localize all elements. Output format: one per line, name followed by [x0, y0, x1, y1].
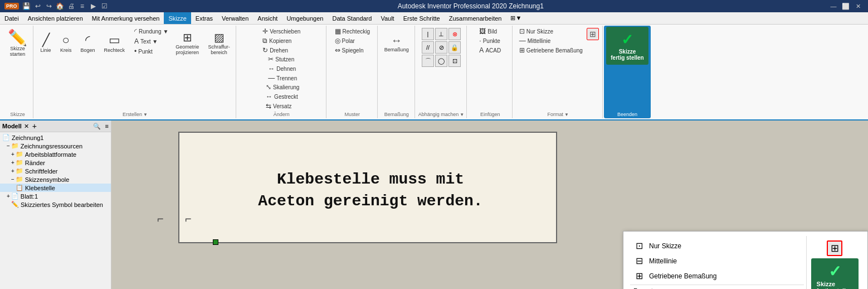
skizze-fertig-stellen-panel-button[interactable]: ✓ Skizzefertig stellen	[811, 258, 859, 289]
home-icon[interactable]: 🏠	[56, 2, 65, 11]
menu-zusammenarbeiten[interactable]: Zusammenarbeiten	[445, 12, 506, 24]
schriftfelder-toggle[interactable]: +	[11, 168, 14, 174]
canvas-area[interactable]: ⌐ ⌐ Klebestelle muss mit Aceton gereinig…	[111, 121, 868, 289]
nur-skizze-ribbon-button[interactable]: ⊡ Nur Skizze	[518, 27, 584, 36]
constraint-2[interactable]: ⊥	[435, 28, 447, 40]
menu-extras[interactable]: Extras	[191, 12, 217, 24]
rechteck-button[interactable]: ▭ Rechteck	[101, 27, 129, 59]
insertion-point-grip-icon[interactable]: ⊞	[587, 28, 599, 40]
save-icon[interactable]: 💾	[22, 2, 31, 11]
spiegeln-button[interactable]: ⇔ Spiegeln	[333, 46, 372, 55]
kopieren-button[interactable]: ⧉ Kopieren	[261, 36, 302, 45]
tree-item-raender[interactable]: + 📁 Ränder	[0, 158, 111, 167]
constraint-4[interactable]: //	[422, 41, 434, 54]
tree-item-arbeitsblattformate[interactable]: + 📁 Arbeitsblattformate	[0, 150, 111, 158]
grip-handle-br[interactable]	[213, 239, 218, 245]
redo-icon[interactable]: ↪	[45, 2, 53, 11]
raender-toggle[interactable]: +	[11, 160, 14, 166]
tree-item-zeichnung1[interactable]: 📄 Zeichnung1	[0, 133, 111, 142]
getriebene-bemasung-ribbon-button[interactable]: ⊞ Getriebene Bemaßung	[518, 46, 584, 55]
versatz-button[interactable]: ⇆ Versatz	[264, 102, 301, 110]
constraint-3[interactable]: ⊗	[448, 28, 461, 40]
sidebar-add-icon[interactable]: +	[32, 122, 37, 131]
skizzensymbole-toggle[interactable]: −	[11, 176, 14, 182]
maximize-button[interactable]: ⬜	[840, 1, 851, 11]
minimize-button[interactable]: —	[828, 1, 839, 11]
close-button[interactable]: ✕	[852, 1, 864, 11]
menu-erste-schritte[interactable]: Erste Schritte	[399, 12, 445, 24]
constraint-7[interactable]: ⌒	[422, 55, 434, 67]
sidebar-model-tab[interactable]: Modell	[2, 123, 22, 129]
constraint-9[interactable]: ⊡	[448, 55, 461, 67]
constraints-dropdown[interactable]: ▼	[460, 112, 464, 117]
drehen-button[interactable]: ↻ Drehen	[261, 46, 302, 55]
punkte-button[interactable]: · Punkte	[477, 36, 503, 45]
arbeitsblattformate-toggle[interactable]: +	[11, 151, 14, 157]
tree-item-schriftfelder[interactable]: + 📁 Schriftfelder	[0, 167, 111, 175]
constraint-6[interactable]: 🔒	[448, 41, 461, 54]
stutzen-button[interactable]: ✂ Stutzen	[266, 55, 299, 64]
menu-ansichten[interactable]: Ansichten platzieren	[23, 12, 87, 24]
geometrie-projizieren-button[interactable]: ⊞ Geometrieprojizieren	[172, 27, 202, 59]
insertion-point-panel-icon[interactable]: ⊞	[827, 240, 842, 256]
corner-grip-right[interactable]: ⌐	[185, 213, 192, 225]
play-icon[interactable]: ▶	[89, 2, 98, 11]
kreis-button[interactable]: ○ Kreis	[57, 27, 75, 59]
bogen-button[interactable]: ◜ Bogen	[77, 27, 99, 59]
menu-more[interactable]: ⊞▼	[506, 12, 526, 24]
linie-button[interactable]: ╱ Linie	[37, 27, 55, 59]
nur-skizze-panel-item[interactable]: ⊡ Nur Skizze	[630, 238, 804, 253]
skizze-fertig-stellen-button[interactable]: ✓ Skizzefertig stellen	[606, 27, 648, 65]
zeichnungsressourcen-toggle[interactable]: −	[7, 143, 10, 149]
punkt-icon: •	[134, 47, 136, 55]
erstellen-dropdown-arrow[interactable]: ▼	[143, 112, 148, 117]
tree-item-skizzensymbole[interactable]: − 📁 Skizzensymbole	[0, 175, 111, 184]
gestreckt-button[interactable]: ↔ Gestreckt	[264, 92, 301, 101]
skalierung-button[interactable]: ⤡ Skalierung	[264, 83, 301, 91]
menu-datei[interactable]: Datei	[0, 12, 23, 24]
finish-check-icon: ✓	[621, 31, 633, 49]
sidebar-close-icon[interactable]: ✕	[24, 123, 29, 130]
punkt-button[interactable]: • Punkt	[133, 47, 170, 56]
sidebar-search-icon[interactable]: 🔍	[93, 123, 101, 130]
menu-ansicht[interactable]: Ansicht	[253, 12, 282, 24]
bemasung-button[interactable]: ↔ Bemaßung	[381, 27, 412, 59]
tree-item-zeichnungsressourcen[interactable]: − 📁 Zeichnungsressourcen	[0, 142, 111, 150]
blatt1-toggle[interactable]: +	[7, 193, 10, 199]
dehnen-button[interactable]: ↔ Dehnen	[266, 64, 299, 73]
skizze-starten-label: Skizzestarten	[10, 46, 26, 57]
trennen-button[interactable]: — Trennen	[266, 74, 299, 83]
schraffurbereich-button[interactable]: ▨ Schraffur-bereich	[204, 27, 233, 59]
constraint-5[interactable]: ⊘	[435, 41, 447, 54]
skizze-starten-button[interactable]: ✏️ Skizzestarten	[4, 27, 31, 60]
sidebar-menu-icon[interactable]: ≡	[105, 123, 109, 129]
menu-skizze[interactable]: Skizze	[164, 12, 191, 24]
print-icon[interactable]: 🖨	[67, 2, 76, 11]
menu-anmerkung[interactable]: Mit Anmerkung versehen	[87, 12, 164, 24]
mittellinie-panel-item[interactable]: ⊟ Mittellinie	[630, 253, 804, 268]
rundung-button[interactable]: ◜ Rundung ▼	[133, 27, 170, 36]
getriebene-bemasung-panel-item[interactable]: ⊞ Getriebene Bemaßung	[630, 268, 804, 283]
verschieben-button[interactable]: ✛ Verschieben	[261, 27, 302, 36]
tree-item-skizziertes[interactable]: ✏️ Skizziertes Symbol bearbeiten	[0, 200, 111, 209]
constraint-8[interactable]: ◯	[435, 55, 447, 67]
menu-icon2[interactable]: ≡	[78, 2, 87, 11]
menu-verwalten[interactable]: Verwalten	[217, 12, 253, 24]
constraint-1[interactable]: |	[422, 28, 434, 40]
corner-grip-left[interactable]: ⌐	[157, 213, 164, 225]
rechteckig-button[interactable]: ▦ Rechteckig	[333, 27, 372, 36]
menu-data-standard[interactable]: Data Standard	[328, 12, 376, 24]
menu-vault[interactable]: Vault	[376, 12, 398, 24]
text-button[interactable]: A Text ▼	[133, 37, 170, 46]
check-icon[interactable]: ☑	[100, 2, 109, 11]
acad-button[interactable]: A ACAD	[477, 46, 503, 55]
tree-item-blatt1[interactable]: + 📄 Blatt:1	[0, 192, 111, 200]
bild-button[interactable]: 🖼 Bild	[477, 27, 503, 36]
polar-button[interactable]: ◎ Polar	[333, 36, 372, 45]
menu-umgebungen[interactable]: Umgebungen	[282, 12, 328, 24]
tree-item-klebestelle[interactable]: 📋 Klebestelle	[0, 184, 111, 192]
format-dropdown-arrow[interactable]: ▼	[564, 112, 569, 117]
mittellinie-ribbon-button[interactable]: — Mittellinie	[518, 36, 584, 45]
undo-icon[interactable]: ↩	[33, 2, 42, 11]
nur-skizze-panel-label: Nur Skizze	[649, 242, 681, 250]
